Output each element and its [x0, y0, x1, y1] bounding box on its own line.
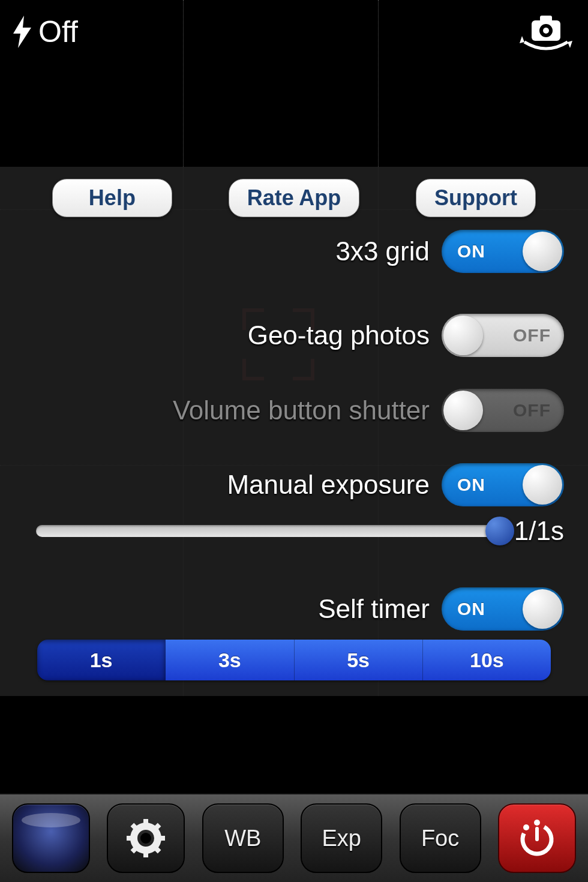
bottom-toolbar: WB Exp Foc	[0, 793, 588, 882]
geotag-label: Geo-tag photos	[248, 320, 430, 350]
svg-rect-8	[158, 836, 165, 841]
camera-viewfinder: Off Help Rate App Support 3x3 grid	[0, 0, 588, 696]
svg-point-3	[543, 28, 549, 34]
flash-icon	[12, 16, 32, 48]
timer-option-3s[interactable]: 3s	[166, 640, 294, 680]
svg-rect-6	[143, 850, 148, 857]
shutter-button[interactable]	[498, 803, 576, 873]
exposure-value: 1/1s	[514, 516, 564, 546]
exposure-slider[interactable]	[36, 525, 500, 537]
switch-knob	[443, 391, 483, 430]
setting-row-self-timer: Self timer ON	[0, 587, 588, 631]
switch-knob	[523, 589, 562, 629]
setting-row-geotag: Geo-tag photos OFF	[0, 314, 588, 357]
switch-knob	[443, 316, 483, 355]
volume-shutter-toggle[interactable]: OFF	[442, 389, 564, 432]
grid-label: 3x3 grid	[335, 236, 430, 266]
svg-rect-1	[540, 16, 552, 22]
help-button[interactable]: Help	[52, 179, 172, 217]
switch-camera-icon	[518, 46, 574, 56]
switch-state: ON	[457, 463, 485, 506]
manual-exposure-label: Manual exposure	[227, 470, 430, 500]
support-button[interactable]: Support	[416, 179, 536, 217]
setting-row-manual-exposure: Manual exposure ON	[0, 463, 588, 506]
svg-rect-7	[127, 836, 134, 841]
switch-state: ON	[457, 587, 485, 631]
rate-app-button[interactable]: Rate App	[229, 179, 360, 217]
switch-knob	[523, 232, 562, 271]
gear-icon	[127, 819, 165, 857]
timer-option-1s[interactable]: 1s	[37, 640, 166, 680]
timer-option-10s[interactable]: 10s	[423, 640, 551, 680]
setting-row-grid: 3x3 grid ON	[0, 230, 588, 273]
setting-row-volume-shutter: Volume button shutter OFF	[0, 389, 588, 432]
self-timer-toggle[interactable]: ON	[442, 587, 564, 631]
switch-state: ON	[457, 230, 485, 273]
switch-state: OFF	[513, 314, 551, 357]
switch-camera-button[interactable]	[518, 12, 574, 56]
settings-button[interactable]	[107, 803, 185, 873]
gallery-preview-button[interactable]	[12, 803, 90, 873]
grid-toggle[interactable]: ON	[442, 230, 564, 273]
white-balance-button[interactable]: WB	[202, 803, 284, 873]
switch-knob	[523, 465, 562, 505]
timer-option-5s[interactable]: 5s	[295, 640, 423, 680]
svg-point-14	[523, 824, 529, 830]
switch-state: OFF	[513, 389, 551, 432]
self-timer-label: Self timer	[318, 594, 430, 624]
exposure-slider-row: 1/1s	[36, 516, 564, 546]
timer-icon	[515, 817, 559, 860]
volume-shutter-label: Volume button shutter	[173, 395, 430, 425]
flash-label: Off	[38, 14, 78, 49]
timer-segmented-control[interactable]: 1s 3s 5s 10s	[37, 640, 551, 680]
geotag-toggle[interactable]: OFF	[442, 314, 564, 357]
exposure-button[interactable]: Exp	[301, 803, 382, 873]
slider-thumb[interactable]	[485, 517, 514, 545]
manual-exposure-toggle[interactable]: ON	[442, 463, 564, 506]
svg-rect-5	[143, 819, 148, 826]
settings-panel: Help Rate App Support 3x3 grid ON Geo-ta…	[0, 167, 588, 696]
settings-button-row: Help Rate App Support	[0, 179, 588, 217]
svg-point-15	[534, 820, 540, 826]
svg-point-4	[140, 833, 151, 844]
focus-button[interactable]: Foc	[400, 803, 481, 873]
flash-toggle[interactable]: Off	[12, 14, 78, 49]
